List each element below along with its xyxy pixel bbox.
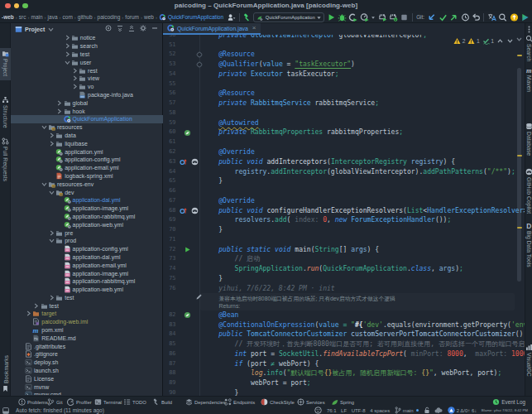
project-panel-title[interactable]: Project <box>25 26 45 33</box>
chevron-down-icon[interactable] <box>40 181 48 188</box>
status-lock-icon[interactable] <box>424 407 430 414</box>
inspections-widget[interactable]: 211 <box>452 37 515 45</box>
breadcrumb-item[interactable]: web <box>144 14 154 20</box>
build-hammer-icon[interactable] <box>242 12 252 22</box>
edit-doc-pencil-icon[interactable] <box>195 293 203 301</box>
status-users-icon[interactable] <box>314 407 322 414</box>
tree-item-liquibase[interactable]: liquibase <box>11 139 163 147</box>
tree-item-QuickForumApplication[interactable]: QuickForumApplication <box>11 115 163 123</box>
code-editor[interactable]: 50 private GlobalViewInterceptor globalV… <box>163 35 525 396</box>
spring-bean-gutter-icon[interactable] <box>184 129 191 137</box>
breadcrumb-item[interactable]: forum <box>125 14 139 20</box>
scrollbar-thumb[interactable] <box>517 68 521 282</box>
collapse-all-icon[interactable] <box>127 24 136 32</box>
notify-up-icon[interactable] <box>510 12 519 22</box>
stripe-structure[interactable]: Structure <box>0 94 11 132</box>
tree-item-test[interactable]: test <box>11 294 163 302</box>
chevron-down-icon[interactable] <box>48 237 56 244</box>
tree-item-launch.sh[interactable]: launch.sh <box>11 367 163 375</box>
status-4[interactable]: 4 spaces <box>370 408 390 413</box>
tree-item-application-dal.yml[interactable]: application-dal.yml <box>11 253 163 262</box>
git-push-icon[interactable] <box>449 12 458 22</box>
caret-icon[interactable] <box>371 12 376 22</box>
chevron-right-icon[interactable] <box>63 51 71 58</box>
tree-item-README.md[interactable]: README.md <box>11 334 163 342</box>
chevron-right-icon[interactable] <box>48 294 56 301</box>
tree-item-global[interactable]: global <box>11 99 163 107</box>
tree-item-application-email.yml[interactable]: application-email.yml <box>11 164 163 172</box>
tree-item-notice[interactable]: notice <box>11 34 163 42</box>
close-tab-icon[interactable]: × <box>252 25 256 31</box>
editor-options-kebab-icon[interactable] <box>525 26 532 33</box>
git-commit-icon[interactable] <box>439 12 448 22</box>
breadcrumb-item[interactable]: -web <box>2 14 14 20</box>
tree-item-application-rabbitmq.yml[interactable]: application-rabbitmq.yml <box>11 213 163 221</box>
tree-item-License[interactable]: License <box>11 374 163 383</box>
breadcrumb-class-item[interactable]: QuickForumApplication <box>159 13 223 21</box>
status-utf-8[interactable]: UTF-8 <box>352 408 366 413</box>
expand-all-icon[interactable] <box>116 24 124 32</box>
tree-item-application-image.yml[interactable]: application-image.yml <box>11 205 163 213</box>
profiler-icon[interactable] <box>360 12 369 22</box>
status-lf[interactable]: LF <box>341 408 347 413</box>
hide-icon[interactable] <box>151 24 159 32</box>
warning-stripe-mark[interactable] <box>517 55 522 56</box>
tree-item-application-config.yml[interactable]: application-config.yml <box>11 156 163 164</box>
inspection-warn-icon[interactable]: 1 <box>467 37 479 45</box>
inspection-warn-icon[interactable]: 2 <box>453 37 465 45</box>
tree-item-rest[interactable]: rest <box>11 66 163 75</box>
inspection-typo-icon[interactable]: 1 <box>482 37 494 45</box>
status-main[interactable]: main <box>395 407 419 414</box>
tree-item-application-image.yml[interactable]: application-image.yml <box>11 269 163 277</box>
plugin-logo-icon[interactable] <box>520 12 530 22</box>
collapse-region-chevron-icon[interactable] <box>515 36 523 43</box>
chevron-right-icon[interactable] <box>71 83 79 90</box>
chevron-right-icon[interactable] <box>71 75 79 82</box>
tree-item-application-config.yml[interactable]: application-config.yml <box>11 245 163 253</box>
stripe-big-data-tools[interactable]: DBig Data Tools <box>525 222 532 275</box>
chevron-down-icon[interactable] <box>63 59 71 66</box>
tree-item-view[interactable]: view <box>11 75 163 83</box>
tree-item-deploy.sh[interactable]: deploy.sh <box>11 359 163 367</box>
breadcrumb-item[interactable]: main <box>31 14 42 20</box>
codewithme-icon[interactable] <box>227 12 236 22</box>
copilot-gutter-icon[interactable] <box>191 207 199 214</box>
tree-item-application-email.yml[interactable]: application-email.yml <box>11 261 163 269</box>
status-blame[interactable]: Blame: yihui 7/6/22, 8:42 PM <box>482 408 528 412</box>
git-update-icon[interactable] <box>427 12 436 22</box>
tree-item-application-dal.yml[interactable]: application-dal.yml <box>11 196 163 205</box>
breadcrumb[interactable]: -web›src›main›java›com›github›paicoding›… <box>2 11 223 23</box>
status-2[interactable]: 2 Δ/0↑ 6↓ <box>448 407 477 414</box>
tree-item-mvnw[interactable]: mvnw <box>11 383 163 391</box>
overriding-method-gutter-icon[interactable] <box>180 158 187 166</box>
stripe-visualgc[interactable]: VisualGC <box>525 344 532 379</box>
tree-item-prod[interactable]: prod <box>11 237 163 245</box>
chevron-right-icon[interactable] <box>63 42 71 50</box>
copilot-gutter-icon[interactable] <box>191 158 199 166</box>
tree-item-application-web.yml[interactable]: application-web.yml <box>11 220 163 229</box>
tree-item-application-rabbitmq.yml[interactable]: application-rabbitmq.yml <box>11 277 163 286</box>
breadcrumb-item[interactable]: com <box>63 14 73 20</box>
inspection-chevup-icon[interactable] <box>496 37 504 45</box>
tree-item-paicoding-web.iml[interactable]: paicoding-web.iml <box>11 318 163 326</box>
tree-item-application-web.yml[interactable]: application-web.yml <box>11 286 163 294</box>
overriding-method-gutter-icon[interactable] <box>180 207 187 214</box>
tool-window-toggle-icon[interactable] <box>2 407 9 414</box>
debug-icon[interactable] <box>338 12 347 22</box>
locate-icon[interactable] <box>104 24 113 32</box>
chevron-right-icon[interactable] <box>48 229 56 237</box>
translate-icon[interactable] <box>487 12 496 22</box>
chevron-right-icon[interactable] <box>32 302 41 310</box>
run-configuration-select[interactable]: QuickForumApplication <box>253 12 324 22</box>
settings-icon[interactable] <box>139 24 147 32</box>
breadcrumb-item[interactable]: paicoding <box>98 14 121 20</box>
tree-item-.gitignore[interactable]: .gitignore <box>11 350 163 359</box>
tree-item-.gitattributes[interactable]: .gitattributes <box>11 342 163 350</box>
stripe-github-copilot[interactable]: GitHub Copilot <box>525 168 532 221</box>
tree-item-test[interactable]: test <box>11 301 163 310</box>
attach2-icon[interactable] <box>389 12 398 22</box>
status-message[interactable]: Auto fetch: finished (11 minutes ago) <box>16 407 104 414</box>
tree-item-mvnw.cmd[interactable]: mvnw.cmd <box>11 391 163 395</box>
stop-icon[interactable] <box>400 12 409 22</box>
breadcrumb-item[interactable]: github <box>78 14 93 20</box>
